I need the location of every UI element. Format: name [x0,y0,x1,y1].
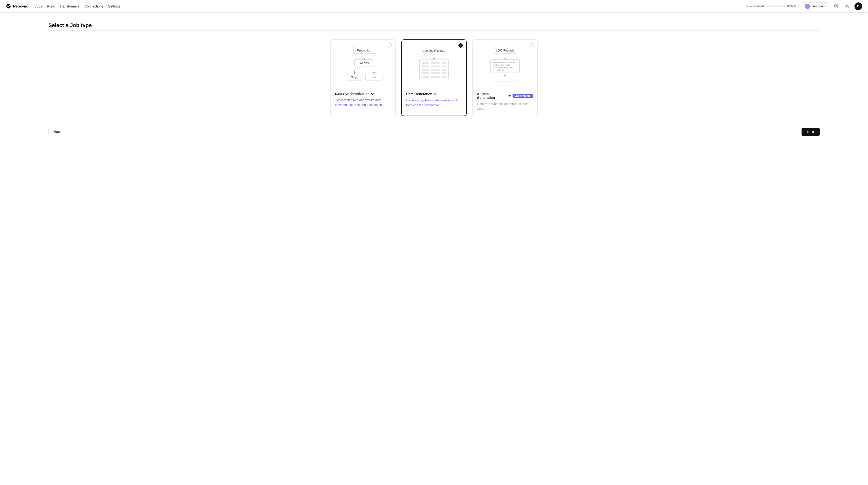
svg-rect-27 [422,65,429,67]
app-name: Neosync [13,4,28,8]
svg-rect-38 [442,76,446,78]
svg-text:Stage: Stage [351,76,358,79]
svg-text:in California.: in California. [493,69,505,71]
records-progress-track [766,5,785,7]
sync-icon: ↻ [371,92,374,96]
svg-rect-24 [422,62,429,64]
svg-point-1 [836,7,836,7]
card-desc-ai-data-gen: Generate synthetic data from scratch wit… [477,101,533,111]
card-illustration-data-sync: Production Weekly Stage [331,40,395,88]
card-radio-data-sync [388,43,392,48]
card-body-ai-data-gen: AI Data Generation ✦ Experimental Genera… [473,88,537,116]
svg-text:Production: Production [357,49,371,52]
card-title-ai-data-gen: AI Data Generation ✦ Experimental [477,92,533,100]
svg-marker-42 [504,58,506,59]
card-title-data-sync: Data Synchronization ↻ [335,92,391,96]
svg-text:Dev: Dev [371,76,376,79]
theme-icon[interactable] [843,2,851,10]
card-body-data-gen: Data Generation ⊞ Generate synthetic dat… [402,88,466,112]
card-illustration-data-gen: 100,000 Records [402,40,466,88]
records-used-label: Records used [745,4,764,8]
svg-text:female users that live: female users that live [493,66,513,69]
svg-marker-49 [504,75,506,77]
workspace-selector[interactable]: personal ▾ [802,2,829,10]
svg-marker-6 [363,58,365,59]
svg-text:Weekly: Weekly [359,61,369,65]
nav-transformers[interactable]: Transformers [60,4,80,8]
svg-marker-22 [433,58,435,60]
chevron-down-icon: ▾ [825,5,826,7]
svg-rect-34 [431,72,440,74]
svg-rect-32 [442,69,446,71]
logo-icon [6,4,11,9]
main-content: Select a Job type Production Weekly [0,12,868,146]
card-desc-data-gen: Generate synthetic data from scratch for… [406,98,462,108]
svg-text:Generate a user's table: Generate a user's table [493,61,515,64]
workspace-name: personal [811,4,824,8]
nav-settings[interactable]: Settings [108,4,120,8]
svg-text:100,000 Records: 100,000 Records [423,49,445,53]
card-ai-data-gen[interactable]: 1000 Records Generate a user's table tha… [472,39,538,116]
svg-rect-31 [431,69,440,71]
svg-rect-35 [442,72,446,74]
svg-text:1000 Records: 1000 Records [496,49,514,52]
svg-rect-30 [422,69,429,71]
svg-marker-13 [353,72,355,74]
nav-links: Jobs Runs Transformers Connections Setti… [35,4,120,8]
divider [48,30,820,31]
job-type-cards: Production Weekly Stage [48,39,820,116]
svg-rect-33 [422,72,429,74]
svg-rect-50 [494,77,516,82]
footer-actions: Back Next [48,128,820,136]
back-button[interactable]: Back [48,128,67,136]
next-button[interactable]: Next [802,128,820,136]
card-data-gen[interactable]: 100,000 Records [401,39,467,116]
svg-rect-29 [442,65,446,67]
svg-rect-37 [431,76,440,78]
navbar-right: Records used 0/NaN personal ▾ D [742,2,862,10]
svg-point-2 [846,5,848,7]
card-radio-ai-data-gen [530,43,534,48]
card-radio-data-gen [458,43,463,48]
svg-marker-14 [373,72,375,74]
nav-jobs[interactable]: Jobs [35,4,42,8]
workspace-avatar [805,4,810,9]
nav-runs[interactable]: Runs [47,4,55,8]
page-title: Select a Job type [48,22,820,29]
records-used-indicator: Records used 0/NaN [742,3,799,9]
navbar-left: Neosync Jobs Runs Transformers Connectio… [6,4,120,9]
app-logo[interactable]: Neosync [6,4,28,9]
table-icon: ⊞ [434,92,437,96]
card-title-data-gen: Data Generation ⊞ [406,92,462,96]
card-illustration-ai-data-gen: 1000 Records Generate a user's table tha… [473,40,537,88]
wand-icon: ✦ [508,94,511,98]
card-desc-data-sync: Synchronize and anonymize data between a… [335,98,391,107]
card-data-sync[interactable]: Production Weekly Stage [330,39,396,116]
svg-rect-28 [431,65,440,67]
card-body-data-sync: Data Synchronization ↻ Synchronize and a… [331,88,395,112]
svg-point-0 [834,5,838,8]
experimental-badge: Experimental [513,94,533,98]
svg-text:that is mostly older,: that is mostly older, [493,64,511,66]
svg-rect-36 [422,76,429,78]
svg-rect-26 [442,62,446,64]
navbar: Neosync Jobs Runs Transformers Connectio… [0,0,868,12]
nav-connections[interactable]: Connections [85,4,103,8]
user-avatar-button[interactable]: D [855,2,862,10]
records-used-value: 0/NaN [787,4,796,8]
help-icon[interactable] [832,2,840,10]
svg-rect-25 [431,62,440,64]
